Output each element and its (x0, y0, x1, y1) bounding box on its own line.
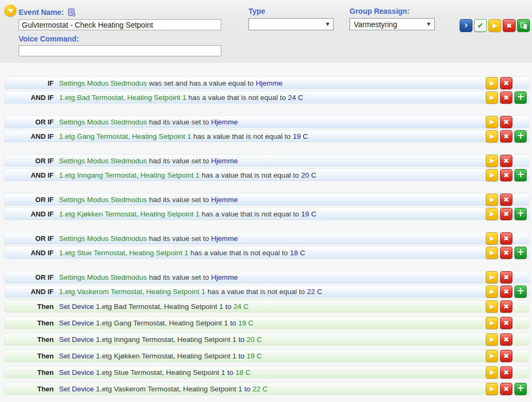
value-link[interactable]: 22 C (252, 385, 268, 393)
play-icon: ▶ (489, 80, 494, 86)
device-link[interactable]: 1.etg Gang Termostat, Heating Setpoint 1 (59, 132, 191, 140)
device-link[interactable]: Settings Modus Stedmodus (59, 196, 147, 204)
value-link[interactable]: 19 C (293, 132, 308, 140)
device-link[interactable]: 1.etg Stue Termostat, Heating Setpoint 1 (59, 249, 188, 257)
delete-row-button[interactable]: ✖ (500, 286, 512, 298)
value-link[interactable]: 20 C (301, 171, 317, 179)
delete-row-button[interactable]: ✖ (500, 300, 512, 313)
add-row-button[interactable]: + (514, 247, 527, 259)
delete-row-button[interactable]: ✖ (500, 232, 512, 245)
run-row-button[interactable]: ▶ (486, 77, 498, 89)
add-row-button[interactable]: + (514, 91, 527, 104)
delete-row-button[interactable]: ✖ (500, 247, 512, 259)
save-event-button[interactable]: ✔ (474, 19, 487, 32)
value-link[interactable]: Hjemme (211, 273, 238, 281)
delete-row-button[interactable]: ✖ (500, 169, 512, 181)
device-link[interactable]: 1.etg Vaskerom Termostat, Heating Setpoi… (59, 288, 205, 296)
device-link[interactable]: Settings Modus Stedmodus (59, 234, 147, 242)
run-row-button[interactable]: ▶ (486, 91, 498, 104)
delete-row-button[interactable]: ✖ (500, 77, 512, 89)
delete-row-button[interactable]: ✖ (500, 208, 512, 220)
add-row-button[interactable]: + (514, 130, 527, 143)
group-reassign-select[interactable]: Varmestyring ▼ (350, 18, 435, 30)
voice-command-input[interactable] (19, 45, 221, 56)
collapse-event-button[interactable] (4, 4, 16, 16)
value-link[interactable]: Hjemme (211, 234, 238, 242)
delete-row-button[interactable]: ✖ (500, 350, 512, 362)
copy-event-button[interactable] (517, 19, 530, 32)
value-link[interactable]: 24 C (234, 303, 249, 311)
run-row-button[interactable]: ▶ (486, 130, 498, 143)
run-row-button[interactable]: ▶ (486, 333, 498, 346)
device-link[interactable]: Settings Modus Stedmodus (59, 157, 147, 165)
event-name-input[interactable] (19, 19, 221, 30)
run-row-button[interactable]: ▶ (486, 317, 498, 329)
run-row-button[interactable]: ▶ (486, 116, 498, 128)
value-link[interactable]: 18 C (290, 249, 305, 257)
device-link[interactable]: Settings Modus Stedmodus (59, 118, 147, 126)
delete-row-button[interactable]: ✖ (500, 317, 512, 329)
run-row-button[interactable]: ▶ (486, 350, 498, 362)
delete-event-button[interactable]: ✖ (503, 19, 516, 32)
action-link[interactable]: Set Device (59, 319, 94, 327)
value-link[interactable]: 19 C (246, 352, 262, 360)
add-row-button[interactable]: + (514, 383, 527, 395)
run-row-button[interactable]: ▶ (486, 169, 498, 181)
action-link[interactable]: Set Device (59, 368, 94, 376)
run-row-button[interactable]: ▶ (486, 271, 498, 283)
run-row-button[interactable]: ▶ (486, 194, 498, 206)
run-row-button[interactable]: ▶ (486, 286, 498, 298)
value-link[interactable]: 19 C (238, 319, 254, 327)
run-row-button[interactable]: ▶ (486, 383, 498, 395)
action-link[interactable]: to (227, 368, 233, 376)
value-link[interactable]: 18 C (235, 368, 251, 376)
run-row-button[interactable]: ▶ (486, 232, 498, 245)
value-link[interactable]: 24 C (288, 94, 303, 102)
type-select[interactable]: ▼ (248, 18, 334, 30)
value-link[interactable]: 20 C (246, 336, 262, 344)
delete-row-button[interactable]: ✖ (500, 333, 512, 346)
row-text: Settings Modus Stedmodushad its value se… (59, 157, 238, 165)
run-row-button[interactable]: ▶ (486, 300, 498, 313)
run-row-button[interactable]: ▶ (486, 247, 498, 259)
device-link[interactable]: 1.etg Inngang Termostat, Heating Setpoin… (59, 171, 200, 179)
value-link[interactable]: Hjemme (211, 118, 238, 126)
device-link[interactable]: Settings Modus Stedmodus (59, 273, 147, 281)
value-link[interactable]: Hjemme (211, 157, 238, 165)
delete-row-button[interactable]: ✖ (500, 130, 512, 143)
run-row-button[interactable]: ▶ (486, 155, 498, 167)
delete-row-button[interactable]: ✖ (500, 366, 512, 379)
value-link[interactable]: Hjemme (211, 196, 238, 204)
action-link[interactable]: to (244, 385, 250, 393)
delete-row-button[interactable]: ✖ (500, 383, 512, 395)
submit-button[interactable]: › (460, 19, 472, 32)
delete-row-button[interactable]: ✖ (500, 155, 512, 167)
action-link[interactable]: Set Device (59, 303, 94, 311)
action-link[interactable]: to (238, 352, 244, 360)
note-icon[interactable] (68, 8, 76, 17)
action-link[interactable]: to (225, 303, 231, 311)
action-link[interactable]: Set Device (59, 385, 94, 393)
delete-row-button[interactable]: ✖ (500, 91, 512, 104)
value-link[interactable]: 22 C (307, 288, 322, 296)
add-row-button[interactable]: + (514, 169, 527, 181)
value-link[interactable]: Hjemme (256, 79, 282, 87)
action-link[interactable]: Set Device (59, 352, 94, 360)
row-text: 1.etg Gang Termostat, Heating Setpoint 1… (59, 132, 308, 140)
run-event-button[interactable]: ▶ (488, 19, 501, 32)
value-link[interactable]: 19 C (301, 210, 317, 218)
row-keyword: AND IF (5, 288, 54, 296)
device-link[interactable]: 1.etg Bad Termostat, Heating Setpoint 1 (59, 94, 186, 102)
device-link[interactable]: Settings Modus Stedmodus (59, 79, 147, 87)
run-row-button[interactable]: ▶ (486, 366, 498, 379)
action-link[interactable]: to (238, 336, 244, 344)
delete-row-button[interactable]: ✖ (500, 194, 512, 206)
delete-row-button[interactable]: ✖ (500, 116, 512, 128)
run-row-button[interactable]: ▶ (486, 208, 498, 220)
action-link[interactable]: Set Device (59, 336, 94, 344)
delete-row-button[interactable]: ✖ (500, 271, 512, 283)
add-row-button[interactable]: + (514, 286, 527, 298)
device-link[interactable]: 1.etg Kjøkken Termostat, Heating Setpoin… (59, 210, 200, 218)
add-row-button[interactable]: + (514, 208, 527, 220)
action-link[interactable]: to (230, 319, 236, 327)
